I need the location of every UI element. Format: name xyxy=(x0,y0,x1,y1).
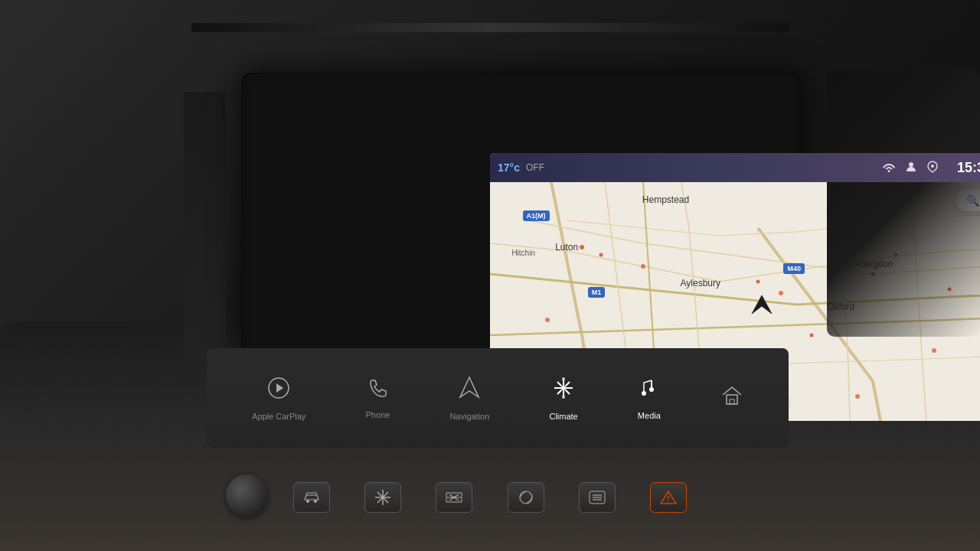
apple-carplay-label: Apple CarPlay xyxy=(252,412,305,421)
road-a1m: A1(M) xyxy=(523,210,550,221)
svg-point-34 xyxy=(562,396,565,399)
apple-carplay-button[interactable]: Apple CarPlay xyxy=(240,368,317,429)
svg-point-40 xyxy=(314,500,317,503)
road-m1: M1 xyxy=(588,287,606,298)
svg-point-9 xyxy=(779,291,783,295)
media-label: Media xyxy=(638,411,661,420)
settings-phys-button[interactable] xyxy=(508,482,544,513)
svg-line-29 xyxy=(557,382,562,386)
control-bar: Apple CarPlay Phone Navigation xyxy=(207,348,789,448)
home-button[interactable] xyxy=(709,377,755,420)
svg-point-46 xyxy=(520,491,532,504)
car-interior: 17°c OFF xyxy=(0,0,980,551)
status-bar: 17°c OFF xyxy=(490,153,980,182)
home-icon xyxy=(720,384,743,412)
svg-marker-22 xyxy=(276,383,283,393)
screen-bezel: 17°c OFF xyxy=(241,73,800,356)
svg-point-35 xyxy=(642,391,646,396)
svg-point-24 xyxy=(561,386,566,390)
navigation-button[interactable]: Navigation xyxy=(438,368,501,429)
svg-point-7 xyxy=(641,264,645,269)
svg-line-30 xyxy=(566,390,570,394)
svg-point-33 xyxy=(562,377,565,380)
location-icon xyxy=(926,161,939,175)
svg-point-8 xyxy=(756,280,760,284)
climate-label: Climate xyxy=(549,412,577,421)
phone-icon xyxy=(367,377,388,404)
left-dial-knob[interactable] xyxy=(226,474,268,517)
media-button[interactable]: Media xyxy=(626,369,672,428)
svg-point-0 xyxy=(909,162,913,167)
phone-button[interactable]: Phone xyxy=(354,370,401,427)
svg-point-53 xyxy=(668,501,669,503)
car-phys-button[interactable] xyxy=(293,482,330,513)
climate-phys-button[interactable] xyxy=(364,482,401,513)
svg-point-14 xyxy=(810,334,814,337)
wifi-icon xyxy=(882,161,896,174)
ac-status: OFF xyxy=(526,162,544,173)
warning-phys-button[interactable] xyxy=(650,482,687,513)
defrost-phys-button[interactable] xyxy=(436,482,472,513)
svg-point-45 xyxy=(381,496,384,499)
media-icon xyxy=(638,377,661,405)
svg-point-6 xyxy=(599,253,603,257)
right-bezel-corner xyxy=(827,69,980,337)
time-display: 15:31 xyxy=(957,160,980,176)
svg-point-17 xyxy=(545,318,550,322)
svg-point-1 xyxy=(931,165,934,168)
climate-button[interactable]: Climate xyxy=(537,368,589,429)
svg-point-39 xyxy=(306,500,309,503)
apple-carplay-icon xyxy=(266,376,291,406)
svg-point-19 xyxy=(855,394,860,399)
svg-marker-23 xyxy=(460,377,479,397)
navigation-label: Navigation xyxy=(449,412,489,421)
svg-line-32 xyxy=(557,390,562,394)
svg-point-15 xyxy=(932,348,936,353)
svg-point-5 xyxy=(580,245,584,249)
status-icons: 15:31 xyxy=(882,158,980,177)
svg-point-36 xyxy=(649,387,654,392)
top-vent xyxy=(191,23,789,32)
navigation-icon xyxy=(459,376,480,406)
connected-icon xyxy=(905,161,917,175)
temperature-display: 17°c xyxy=(498,161,520,174)
physical-buttons-row xyxy=(276,474,704,520)
phone-label: Phone xyxy=(365,410,390,419)
svg-line-31 xyxy=(566,382,570,386)
menu-phys-button[interactable] xyxy=(579,482,616,513)
road-m40: M40 xyxy=(783,263,805,274)
svg-rect-38 xyxy=(730,399,734,404)
climate-icon xyxy=(551,376,576,406)
left-bezel xyxy=(184,92,226,360)
